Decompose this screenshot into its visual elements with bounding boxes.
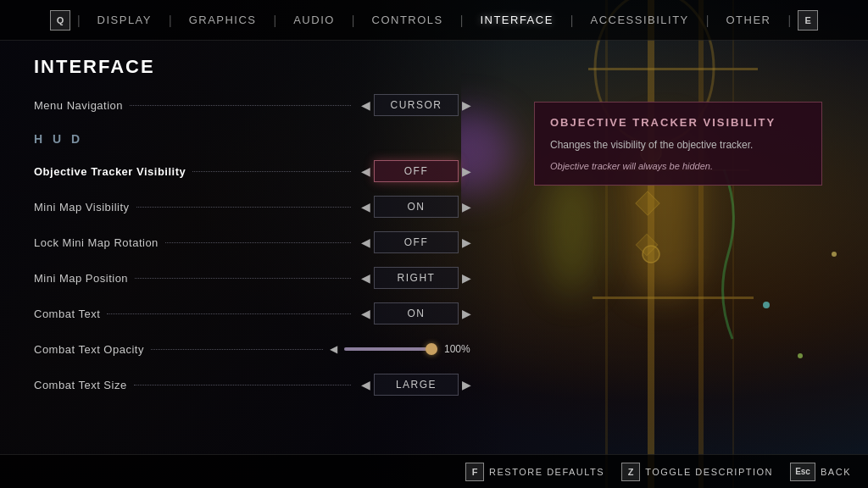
selector-combat-text[interactable]: ◀ ON ▶ (358, 302, 475, 324)
tooltip-description: Changes the visibility of the objective … (550, 137, 806, 152)
selector-arrow-right-lock-mini-map[interactable]: ▶ (459, 236, 475, 249)
back-action[interactable]: Esc BACK (790, 463, 851, 481)
selector-value-menu-nav: CURSOR (374, 94, 459, 116)
selector-value-mini-map-visibility: ON (374, 196, 459, 218)
dots-combat-text-size (134, 385, 351, 385)
setting-row-lock-mini-map: Lock Mini Map Rotation ◀ OFF ▶ (34, 229, 475, 256)
tooltip-title: OBJECTIVE TRACKER VISIBILITY (550, 116, 806, 129)
slider-value-combat-text-opacity: 100% (444, 343, 475, 355)
selector-arrow-right-combat-text[interactable]: ▶ (459, 307, 475, 320)
selector-arrow-left-mini-map-position[interactable]: ◀ (358, 271, 374, 285)
setting-label-lock-mini-map: Lock Mini Map Rotation (34, 236, 159, 249)
back-label: BACK (821, 467, 851, 477)
back-key: Esc (790, 463, 815, 481)
selector-objective-tracker[interactable]: ◀ OFF ▶ (358, 160, 475, 182)
hud-section-label: H U D (34, 132, 475, 146)
toggle-description-action[interactable]: Z TOGGLE DESCRIPTION (621, 463, 773, 481)
selector-arrow-right-combat-text-size[interactable]: ▶ (459, 378, 475, 391)
svg-point-14 (832, 252, 837, 257)
selector-arrow-right-menu-nav[interactable]: ▶ (459, 98, 475, 112)
nav-sep-7: | (787, 14, 791, 27)
selector-arrow-left-mini-map-visibility[interactable]: ◀ (358, 200, 374, 214)
restore-defaults-action[interactable]: F RESTORE DEFAULTS (465, 463, 604, 481)
nav-item-display[interactable]: DISPLAY (87, 14, 162, 26)
svg-point-13 (798, 353, 803, 358)
setting-label-mini-map-position: Mini Map Position (34, 272, 128, 285)
setting-row-mini-map-visibility: Mini Map Visibility ◀ ON ▶ (34, 193, 475, 220)
nav-item-accessibility[interactable]: ACCESSIBILITY (580, 14, 698, 26)
tooltip-note: Objective tracker will always be hidden. (550, 161, 806, 171)
selector-value-objective-tracker: OFF (374, 160, 459, 182)
toggle-description-key: Z (621, 463, 640, 481)
dots-combat-text-opacity (151, 349, 323, 350)
nav-item-other[interactable]: OTHER (715, 14, 781, 26)
svg-rect-1 (698, 0, 704, 488)
setting-row-combat-text: Combat Text ◀ ON ▶ (34, 300, 475, 327)
page-title: INTERFACE (34, 56, 475, 78)
nav-sep-1: | (169, 14, 172, 27)
toggle-description-label: TOGGLE DESCRIPTION (645, 467, 773, 477)
selector-arrow-right-objective-tracker[interactable]: ▶ (459, 164, 475, 178)
nav-right-key[interactable]: E (798, 10, 818, 30)
selector-mini-map-position[interactable]: ◀ RIGHT ▶ (358, 267, 475, 289)
tower-background (461, 0, 868, 488)
slider-fill-combat-text-opacity (344, 347, 437, 351)
selector-arrow-left-lock-mini-map[interactable]: ◀ (358, 236, 374, 249)
tooltip-box: OBJECTIVE TRACKER VISIBILITY Changes the… (534, 102, 822, 186)
tower-svg (461, 0, 868, 488)
settings-container: Objective Tracker Visibility ◀ OFF ▶ Min… (34, 158, 475, 398)
nav-item-controls[interactable]: CONTROLS (362, 14, 453, 26)
selector-arrow-left-combat-text[interactable]: ◀ (358, 307, 374, 320)
setting-label-objective-tracker: Objective Tracker Visibility (34, 165, 186, 178)
selector-value-mini-map-position: RIGHT (374, 267, 459, 289)
svg-rect-6 (605, 0, 608, 488)
nav-sep-4: | (460, 14, 464, 27)
setting-row-combat-text-opacity: Combat Text Opacity ◀ 100% (34, 336, 475, 363)
selector-arrow-left-menu-nav[interactable]: ◀ (358, 98, 374, 112)
setting-row-objective-tracker: Objective Tracker Visibility ◀ OFF ▶ (34, 158, 475, 185)
dots-menu-nav (130, 105, 351, 106)
selector-arrow-left-objective-tracker[interactable]: ◀ (358, 164, 374, 178)
nav-item-graphics[interactable]: GRAPHICS (179, 14, 267, 26)
nav-sep-3: | (352, 14, 355, 27)
setting-label-combat-text-opacity: Combat Text Opacity (34, 343, 144, 356)
slider-track-combat-text-opacity[interactable] (344, 347, 437, 351)
dots-lock-mini-map (165, 242, 351, 243)
selector-menu-nav[interactable]: ◀ CURSOR ▶ (358, 94, 475, 116)
svg-rect-10 (636, 191, 659, 215)
svg-point-12 (763, 302, 770, 308)
setting-label-menu-nav: Menu Navigation (34, 99, 123, 112)
selector-lock-mini-map[interactable]: ◀ OFF ▶ (358, 231, 475, 253)
nav-item-interface[interactable]: INTERFACE (470, 14, 563, 26)
selector-arrow-left-combat-text-size[interactable]: ◀ (358, 378, 374, 391)
selector-value-combat-text-size: LARGE (374, 374, 459, 396)
slider-arrow-left-combat-text-opacity[interactable]: ◀ (330, 343, 337, 355)
main-content: INTERFACE Menu Navigation ◀ CURSOR ▶ H U… (0, 41, 500, 454)
setting-label-combat-text: Combat Text (34, 308, 100, 320)
dots-mini-map-visibility (136, 207, 351, 208)
nav-sep-6: | (706, 14, 709, 27)
nav-item-audio[interactable]: AUDIO (283, 14, 345, 26)
selector-value-lock-mini-map: OFF (374, 231, 459, 253)
selector-arrow-right-mini-map-position[interactable]: ▶ (459, 271, 475, 285)
setting-label-mini-map-visibility: Mini Map Visibility (34, 201, 130, 214)
setting-row-menu-navigation: Menu Navigation ◀ CURSOR ▶ (34, 92, 475, 119)
svg-rect-4 (593, 297, 754, 299)
slider-thumb-combat-text-opacity[interactable] (426, 343, 437, 355)
dots-combat-text (107, 313, 351, 314)
nav-items-container: Q | DISPLAY | GRAPHICS | AUDIO | CONTROL… (50, 10, 818, 30)
nav-left-key[interactable]: Q (50, 10, 70, 30)
nav-sep-0: | (77, 14, 81, 27)
selector-mini-map-visibility[interactable]: ◀ ON ▶ (358, 196, 475, 218)
dots-objective-tracker (192, 171, 351, 172)
setting-row-mini-map-position: Mini Map Position ◀ RIGHT ▶ (34, 264, 475, 291)
top-navigation: Q | DISPLAY | GRAPHICS | AUDIO | CONTROL… (0, 0, 868, 41)
setting-label-combat-text-size: Combat Text Size (34, 379, 127, 391)
svg-rect-7 (732, 0, 734, 488)
selector-arrow-right-mini-map-visibility[interactable]: ▶ (459, 200, 475, 214)
selector-combat-text-size[interactable]: ◀ LARGE ▶ (358, 374, 475, 396)
nav-sep-2: | (274, 14, 277, 27)
slider-combat-text-opacity[interactable]: ◀ 100% (330, 343, 475, 355)
bottom-bar: F RESTORE DEFAULTS Z TOGGLE DESCRIPTION … (0, 454, 868, 488)
nav-sep-5: | (570, 14, 574, 27)
